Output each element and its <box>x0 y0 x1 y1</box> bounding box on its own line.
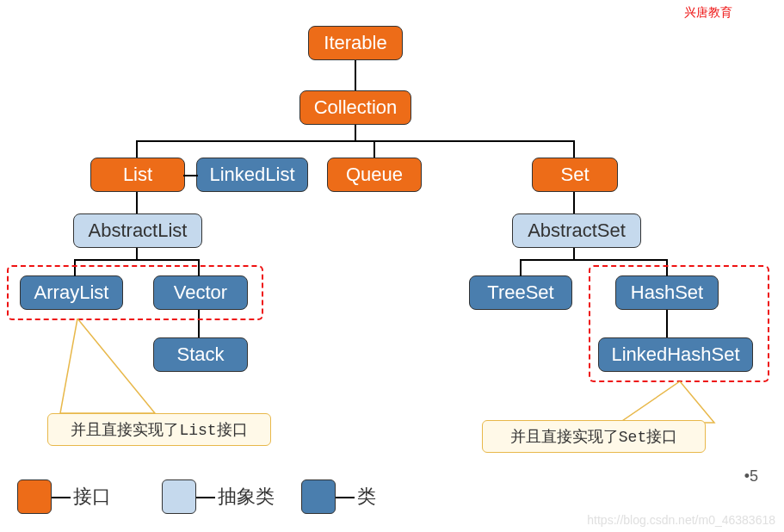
node-list: List <box>90 158 185 192</box>
edge <box>520 259 668 261</box>
legend-interface-label: 接口 <box>73 484 111 510</box>
callout-text: 并且直接实现了Set接口 <box>510 429 677 446</box>
edge <box>355 60 356 90</box>
svg-marker-0 <box>60 319 155 413</box>
edge <box>136 140 575 142</box>
page-number: •5 <box>744 467 758 486</box>
node-treeset: TreeSet <box>469 275 572 310</box>
node-iterable: Iterable <box>308 26 403 60</box>
legend-connector <box>52 497 71 498</box>
legend-connector <box>336 497 355 498</box>
node-set: Set <box>532 158 618 192</box>
highlight-list-impls <box>7 265 263 320</box>
watermark: https://blog.csdn.net/m0_46383618 <box>587 513 775 527</box>
node-abstractlist: AbstractList <box>73 213 202 248</box>
svg-marker-1 <box>620 381 714 423</box>
legend-interface-swatch <box>17 479 52 514</box>
callout-text: 并且直接实现了List接口 <box>71 422 247 439</box>
edge <box>373 140 375 158</box>
node-abstractset: AbstractSet <box>512 213 641 248</box>
callout-list-note: 并且直接实现了List接口 <box>47 413 271 446</box>
legend-abstract-label: 抽象类 <box>218 484 275 510</box>
node-collection: Collection <box>299 90 411 125</box>
legend-class-swatch <box>301 479 336 514</box>
callout-set-note: 并且直接实现了Set接口 <box>482 420 706 453</box>
edge <box>74 259 200 261</box>
edge <box>183 175 198 176</box>
node-queue: Queue <box>327 158 422 192</box>
edge <box>136 192 138 213</box>
callout-pointer <box>52 319 172 418</box>
legend-connector <box>196 497 215 498</box>
highlight-set-impls <box>589 265 769 382</box>
edge <box>573 192 575 213</box>
legend-class-label: 类 <box>357 484 376 510</box>
brand-label: 兴唐教育 <box>684 5 732 21</box>
edge <box>355 125 356 142</box>
callout-pointer <box>602 381 723 424</box>
edge <box>136 140 138 158</box>
edge <box>573 140 575 158</box>
legend-abstract-swatch <box>162 479 196 514</box>
edge <box>520 259 522 276</box>
node-linkedlist: LinkedList <box>196 158 308 192</box>
